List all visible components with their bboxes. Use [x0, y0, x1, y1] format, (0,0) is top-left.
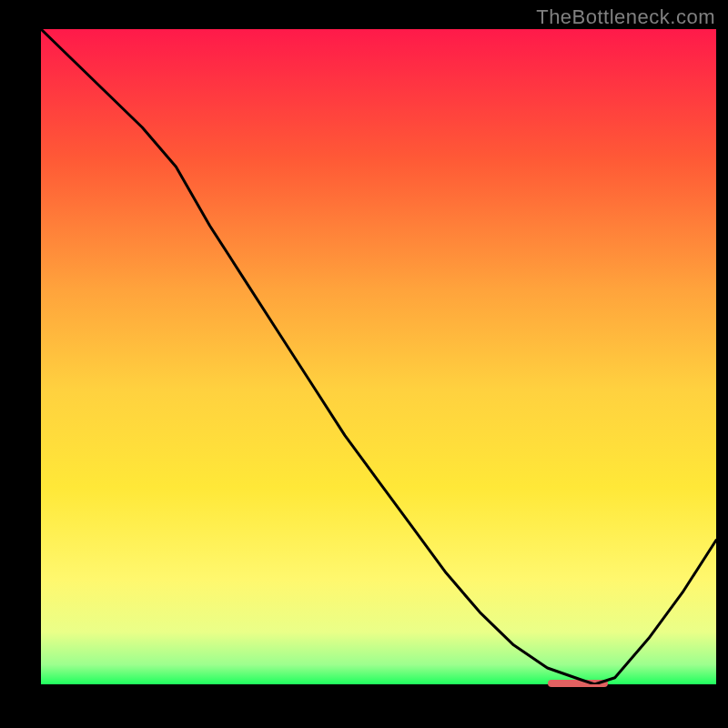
chart-curve — [41, 29, 716, 684]
watermark-text: TheBottleneck.com — [536, 5, 715, 29]
plot-area — [41, 29, 716, 684]
